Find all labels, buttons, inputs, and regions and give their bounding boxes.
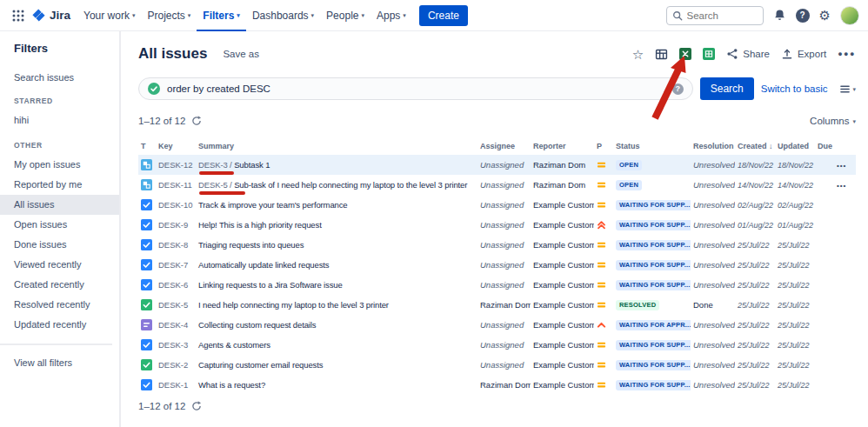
favorite-star-icon[interactable]: ☆	[632, 48, 644, 61]
view-options-icon[interactable]: ▾	[839, 83, 856, 95]
issue-summary-link[interactable]: Sub-task of I need help connecting my la…	[234, 180, 467, 190]
user-avatar[interactable]	[840, 6, 859, 25]
sidebar-item-resolved-recently[interactable]: Resolved recently	[0, 295, 119, 315]
issue-row-desk-7[interactable]: DESK-7Automatically update linked reques…	[138, 255, 856, 275]
notifications-bell-icon[interactable]	[773, 9, 786, 22]
issue-row-desk-4[interactable]: DESK-4Collecting custom request detailsU…	[138, 315, 856, 335]
nav-item-apps[interactable]: Apps▾	[371, 0, 412, 31]
jira-logo[interactable]: Jira	[31, 8, 70, 23]
issue-key-link[interactable]: DESK-5	[158, 300, 188, 310]
column-header-updated[interactable]: Updated	[775, 137, 815, 155]
column-header-reporter[interactable]: Reporter	[531, 137, 594, 155]
global-search[interactable]	[666, 6, 764, 25]
export-button[interactable]: Export	[781, 48, 826, 60]
issue-summary-link[interactable]: I need help connecting my laptop to the …	[198, 300, 389, 310]
column-header-assignee[interactable]: Assignee	[477, 137, 531, 155]
chevron-down-icon: ▾	[132, 12, 136, 19]
global-search-input[interactable]	[687, 10, 758, 21]
jql-query-text[interactable]: order by created DESC	[167, 83, 665, 94]
sidebar-item-open-issues[interactable]: Open issues	[0, 215, 119, 235]
issue-summary-link[interactable]: Track & improve your team's performance	[198, 200, 348, 210]
issue-row-desk-2[interactable]: DESK-2Capturing customer email requestsU…	[138, 355, 856, 375]
issue-summary-link[interactable]: Automatically update linked requests	[198, 260, 329, 270]
column-header-due[interactable]: Due	[815, 137, 834, 155]
issue-key-link[interactable]: DESK-3	[158, 340, 188, 350]
refresh-icon[interactable]	[191, 116, 202, 126]
column-header-p[interactable]: P	[594, 137, 613, 155]
share-icon	[726, 48, 738, 60]
save-as-button[interactable]: Save as	[223, 49, 259, 59]
issue-summary-link[interactable]: Subtask 1	[234, 160, 270, 170]
share-button[interactable]: Share	[726, 48, 770, 60]
column-header-resolution[interactable]: Resolution	[691, 137, 735, 155]
issue-key-link[interactable]: DESK-6	[158, 280, 188, 290]
issue-key-link[interactable]: DESK-12	[158, 160, 193, 170]
priority-medium-icon	[597, 380, 606, 390]
issue-summary-link[interactable]: Triaging requests into queues	[198, 240, 304, 250]
issue-row-desk-9[interactable]: DESK-9Help! This is a high priority requ…	[138, 215, 856, 235]
issue-row-desk-6[interactable]: DESK-6Linking requests to a Jira Softwar…	[138, 275, 856, 295]
nav-item-filters[interactable]: Filters▾	[197, 0, 246, 31]
issue-row-desk-12[interactable]: DESK-12DESK-3 / Subtask 1UnassignedRazim…	[138, 155, 856, 175]
sidebar-item-my-open-issues[interactable]: My open issues	[0, 155, 119, 175]
create-button[interactable]: Create	[419, 5, 468, 26]
sidebar-item-updated-recently[interactable]: Updated recently	[0, 315, 119, 335]
column-header-key[interactable]: Key	[156, 137, 196, 155]
issue-key-link[interactable]: DESK-9	[158, 220, 188, 230]
sidebar-item-reported-by-me[interactable]: Reported by me	[0, 175, 119, 195]
jql-input[interactable]: order by created DESC ?	[138, 77, 693, 100]
nav-item-your-work[interactable]: Your work▾	[77, 0, 141, 31]
parent-issue-link[interactable]: DESK-5 /	[198, 180, 234, 190]
issue-row-desk-5[interactable]: DESK-5I need help connecting my laptop t…	[138, 295, 856, 315]
issue-summary-link[interactable]: What is a request?	[198, 380, 265, 390]
sidebar-item-all-issues[interactable]: All issues	[0, 195, 119, 215]
issue-row-desk-11[interactable]: DESK-11DESK-5 / Sub-task of I need help …	[138, 175, 856, 195]
search-button[interactable]: Search	[700, 77, 754, 100]
more-actions-icon[interactable]: ●●●	[838, 50, 856, 58]
issue-row-desk-8[interactable]: DESK-8Triaging requests into queuesUnass…	[138, 235, 856, 255]
columns-dropdown[interactable]: Columns ▾	[810, 116, 856, 126]
issue-key-link[interactable]: DESK-8	[158, 240, 188, 250]
issue-summary-link[interactable]: Linking requests to a Jira Software issu…	[198, 280, 343, 290]
nav-item-dashboards[interactable]: Dashboards▾	[246, 0, 320, 31]
issue-row-desk-1[interactable]: DESK-1What is a request?Raziman DomExamp…	[138, 375, 856, 395]
help-icon[interactable]: ?	[796, 9, 810, 23]
issue-summary-link[interactable]: Help! This is a high priority request	[198, 220, 322, 230]
app-switcher-icon[interactable]	[7, 4, 30, 27]
issue-key-link[interactable]: DESK-2	[158, 360, 188, 370]
sidebar-item-done-issues[interactable]: Done issues	[0, 235, 119, 255]
issue-key-link[interactable]: DESK-10	[158, 200, 193, 210]
nav-item-people[interactable]: People▾	[320, 0, 371, 31]
jql-help-icon[interactable]: ?	[672, 83, 684, 95]
excel-export-icon[interactable]	[679, 48, 691, 60]
column-header-t[interactable]: T	[138, 137, 156, 155]
sidebar-item-search-issues[interactable]: Search issues	[14, 69, 119, 86]
issue-summary-link[interactable]: Agents & customers	[198, 340, 270, 350]
issue-summary-link[interactable]: Capturing customer email requests	[198, 360, 323, 370]
issue-row-desk-10[interactable]: DESK-10Track & improve your team's perfo…	[138, 195, 856, 215]
assignee-cell: Unassigned	[477, 155, 531, 175]
sidebar-item-view-all-filters[interactable]: View all filters	[14, 354, 119, 371]
issue-key-link[interactable]: DESK-11	[158, 180, 192, 190]
settings-gear-icon[interactable]: ⚙	[819, 9, 831, 22]
issue-row-desk-3[interactable]: DESK-3Agents & customersUnassignedExampl…	[138, 335, 856, 355]
sidebar-item-created-recently[interactable]: Created recently	[0, 275, 119, 295]
column-header-status[interactable]: Status	[613, 137, 691, 155]
row-actions-menu-icon[interactable]: •••	[837, 162, 846, 170]
nav-item-projects[interactable]: Projects▾	[141, 0, 197, 31]
issue-key-link[interactable]: DESK-1	[158, 380, 188, 390]
sidebar-item-hihi[interactable]: hihi	[0, 110, 119, 130]
sidebar-item-viewed-recently[interactable]: Viewed recently	[0, 255, 119, 275]
issue-summary-link[interactable]: Collecting custom request details	[198, 320, 316, 330]
row-actions-menu-icon[interactable]: •••	[837, 182, 846, 190]
refresh-icon[interactable]	[191, 401, 202, 411]
issue-key-link[interactable]: DESK-7	[158, 260, 188, 270]
grid-view-icon[interactable]	[655, 48, 668, 61]
parent-issue-link[interactable]: DESK-3 /	[198, 160, 234, 170]
google-sheets-export-icon[interactable]	[703, 48, 715, 60]
column-header-created[interactable]: Created ↓	[735, 137, 775, 155]
issue-type-icon	[141, 379, 152, 390]
switch-to-basic-link[interactable]: Switch to basic	[761, 83, 828, 94]
issue-key-link[interactable]: DESK-4	[158, 320, 188, 330]
column-header-summary[interactable]: Summary	[196, 137, 477, 155]
